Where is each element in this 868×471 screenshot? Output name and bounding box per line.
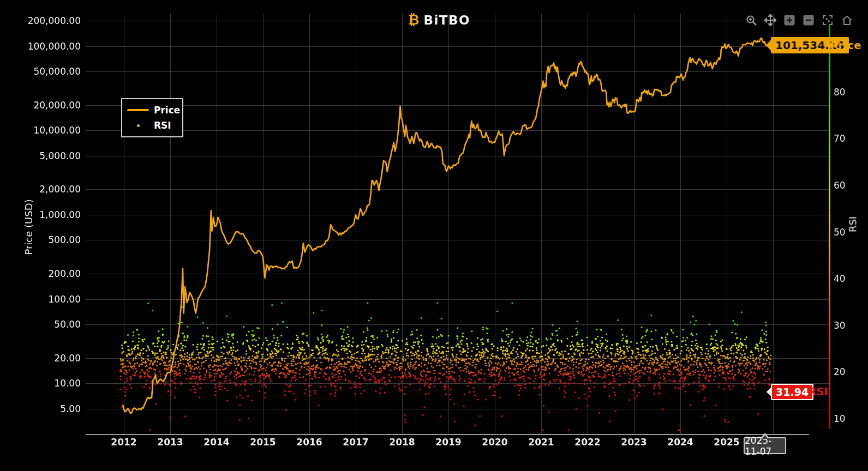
x-axis-tick: 2021 xyxy=(525,437,558,448)
price-axis-title: Price (USD) xyxy=(23,195,34,260)
bitbo-logo: ₿ BiTBO xyxy=(408,13,470,27)
zoom-in-icon[interactable] xyxy=(783,14,795,26)
x-axis-tick: 2014 xyxy=(200,437,233,448)
price-axis-tick: 100.00 xyxy=(11,294,81,305)
legend-price-label: Price xyxy=(154,105,180,116)
rsi-axis-tick: 30 xyxy=(834,320,846,331)
x-axis-tick: 2023 xyxy=(618,437,650,448)
rsi-value-badge: 31.94 xyxy=(771,384,813,400)
logo-text: BiTBO xyxy=(423,13,470,27)
rsi-axis-tick: 60 xyxy=(834,180,846,191)
price-axis-tick: 500.00 xyxy=(11,234,81,245)
price-axis-tick: 5.00 xyxy=(11,403,81,414)
price-axis-series-label: Price xyxy=(830,39,861,52)
price-line-swatch xyxy=(127,109,149,111)
legend-item-price[interactable]: Price xyxy=(122,105,182,116)
x-axis-tick: 2015 xyxy=(247,437,279,448)
rsi-axis-title: RSI xyxy=(847,214,859,235)
rsi-dot-swatch-wrap xyxy=(127,124,149,127)
chart-app: ₿ BiTBO 200,000.00100,000.0050,000.0020,… xyxy=(0,0,868,471)
x-axis-tick: 2018 xyxy=(386,437,418,448)
price-axis-tick: 200.00 xyxy=(11,268,81,279)
x-axis-tick: 2024 xyxy=(664,437,697,448)
x-axis-line xyxy=(86,434,809,435)
x-axis-tick: 2025 xyxy=(710,437,743,448)
price-axis-tick: 2,000.00 xyxy=(11,184,81,195)
price-rsi-chart-plot-area[interactable] xyxy=(0,0,868,471)
bitcoin-coin-icon: ₿ xyxy=(408,14,419,27)
rsi-axis-tick: 40 xyxy=(834,273,846,284)
price-axis-tick: 10,000.00 xyxy=(11,125,81,136)
price-badge-arrow xyxy=(766,40,771,51)
price-axis-tick: 1,000.00 xyxy=(11,209,81,220)
rsi-axis-gradient-spine xyxy=(829,25,830,429)
rsi-badge-arrow xyxy=(767,387,771,397)
price-axis-tick: 50,000.00 xyxy=(11,66,81,77)
date-badge-caret-fill xyxy=(762,435,768,439)
chart-modebar xyxy=(745,14,853,26)
rsi-axis-tick: 50 xyxy=(834,227,846,238)
autoscale-icon[interactable] xyxy=(822,14,834,26)
rsi-badge-value: 31.94 xyxy=(776,386,809,398)
x-axis-tick: 2016 xyxy=(293,437,326,448)
legend-rsi-label: RSI xyxy=(154,120,171,131)
home-icon[interactable] xyxy=(841,14,853,26)
price-axis-tick: 20,000.00 xyxy=(11,100,81,111)
legend-item-rsi[interactable]: RSI xyxy=(122,120,182,131)
price-axis-tick: 100,000.00 xyxy=(11,41,81,52)
x-axis-tick: 2020 xyxy=(478,437,511,448)
zoom-out-icon[interactable] xyxy=(803,14,815,26)
rsi-dot-swatch xyxy=(137,124,140,127)
x-axis-tick: 2022 xyxy=(571,437,604,448)
crosshair-date-badge: 2025-11-07 xyxy=(744,437,786,454)
rsi-axis-tick: 10 xyxy=(834,413,846,424)
price-axis-tick: 200,000.00 xyxy=(11,15,81,26)
rsi-axis-tick: 80 xyxy=(834,87,846,98)
price-axis-tick: 10.00 xyxy=(11,378,81,389)
rsi-axis-tick: 20 xyxy=(834,366,846,377)
zoom-icon[interactable] xyxy=(745,14,757,26)
x-axis-tick: 2019 xyxy=(432,437,465,448)
legend: Price RSI xyxy=(121,98,183,137)
x-axis-tick: 2017 xyxy=(339,437,372,448)
rsi-axis-tick: 70 xyxy=(834,133,846,144)
price-axis-tick: 20.00 xyxy=(11,353,81,364)
x-axis-tick: 2012 xyxy=(107,437,140,448)
x-axis-tick: 2013 xyxy=(154,437,187,448)
pan-icon[interactable] xyxy=(764,14,776,26)
price-axis-tick: 50.00 xyxy=(11,319,81,330)
rsi-axis-series-label: RSI xyxy=(808,385,828,398)
price-axis-tick: 5,000.00 xyxy=(11,150,81,161)
